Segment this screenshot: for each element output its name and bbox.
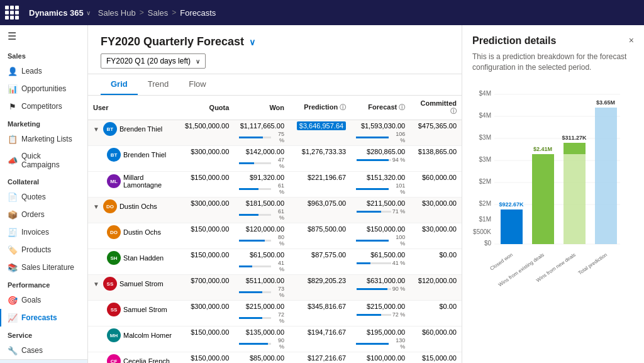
won-cell: $181,500.00 61 % — [234, 198, 289, 223]
avatar: SH — [107, 251, 121, 265]
forecast-cell: $61,500.00 41 % — [351, 249, 410, 275]
committed-cell: $138,865.00 — [410, 146, 462, 172]
sidebar-item-quick-campaigns[interactable]: 📣 Quick Campaigns — [0, 148, 87, 173]
committed-cell: $120,000.00 — [410, 275, 462, 301]
row-expander[interactable]: ▼ — [93, 281, 99, 288]
table-row[interactable]: ML Millard Lamontagne $150,000.00 $91,32… — [88, 172, 462, 198]
tab-flow[interactable]: Flow — [179, 74, 216, 95]
forecast-cell: $215,000.00 72 % — [351, 301, 410, 327]
sidebar-item-leads[interactable]: 👤 Leads — [0, 62, 87, 80]
svg-text:$2M: $2M — [479, 178, 491, 185]
sidebar-bottom: S Sales ⬆ — [0, 359, 87, 363]
prediction-cell: $345,816.67 — [289, 301, 351, 327]
svg-rect-23 — [595, 108, 617, 244]
table-row[interactable]: ▼ DO Dustin Ochs $300,000.00 $181,500.00… — [88, 198, 462, 223]
panel-close-button[interactable]: × — [629, 35, 634, 45]
user-cell: ▼ DO Dustin Ochs — [88, 198, 177, 223]
col-header-user: User — [88, 96, 177, 120]
forecast-cell: $1,593,030.00 106 % — [351, 120, 410, 146]
table-row[interactable]: BT Brenden Thiel $300,000.00 $142,000.00… — [88, 146, 462, 172]
prediction-cell: $829,205.23 — [289, 275, 351, 301]
sidebar-item-invoices[interactable]: 🧾 Invoices — [0, 223, 87, 241]
svg-rect-16 — [501, 209, 523, 244]
prediction-details-panel: Prediction details × This is a predictio… — [462, 25, 644, 363]
sidebar-item-competitors[interactable]: ⚑ Competitors — [0, 98, 87, 115]
forecast-cell: $280,865.00 94 % — [351, 146, 410, 172]
avatar: BT — [107, 148, 121, 162]
sidebar-item-products[interactable]: 🏷️ Products — [0, 241, 87, 259]
forecast-cell: $211,500.00 71 % — [351, 198, 410, 223]
forecast-table: User Quota Won Prediction ⓘ Forecast ⓘ C… — [88, 96, 462, 363]
sidebar-item-forecasts[interactable]: 📈 Forecasts — [0, 309, 87, 327]
quota-cell: $300,000.00 — [177, 198, 234, 223]
user-cell: CF Cecelia French — [88, 352, 177, 364]
prediction-cell: $1,276,733.33 — [289, 146, 351, 172]
won-cell: $511,000.00 73 % — [234, 275, 289, 301]
period-dropdown[interactable]: FY2020 Q1 (20 days left) ∨ — [101, 53, 206, 69]
forecast-title-chevron[interactable]: ∨ — [249, 37, 255, 47]
sidebar-item-orders[interactable]: 📦 Orders — [0, 206, 87, 223]
sidebar-item-goals[interactable]: 🎯 Goals — [0, 291, 87, 309]
panel-subtitle: This is a prediction breakdown for the f… — [472, 52, 634, 73]
sidebar-item-opportunities[interactable]: 📊 Opportunities — [0, 80, 87, 98]
table-row[interactable]: MH Malcolm Homer $150,000.00 $135,000.00… — [88, 327, 462, 352]
committed-cell: $0.00 — [410, 249, 462, 275]
user-name: Millard Lamontagne — [123, 174, 172, 189]
dropdown-chevron-icon: ∨ — [196, 58, 200, 65]
table-row[interactable]: ▼ BT Brenden Thiel $1,500,000.00 $1,117,… — [88, 120, 462, 146]
prediction-cell: $875,500.00 — [289, 223, 351, 249]
prediction-highlighted: $3,646,957.64 — [297, 121, 346, 130]
table-row[interactable]: SH Stan Hadden $150,000.00 $61,500.00 41… — [88, 249, 462, 275]
top-nav: Dynamics 365 ∨ Sales Hub > Sales > Forec… — [0, 0, 644, 25]
marketing-lists-icon: 📋 — [8, 134, 18, 144]
won-cell: $215,000.00 72 % — [234, 301, 289, 327]
forecast-cell: $631,000.00 90 % — [351, 275, 410, 301]
avatar: CF — [107, 354, 121, 363]
table-row[interactable]: CF Cecelia French $150,000.00 $85,000.00… — [88, 352, 462, 364]
sidebar-item-marketing-lists[interactable]: 📋 Marketing Lists — [0, 130, 87, 148]
committed-cell: $60,000.00 — [410, 172, 462, 198]
quota-cell: $1,500,000.00 — [177, 120, 234, 146]
avatar: SS — [103, 277, 117, 291]
row-expander[interactable]: ▼ — [93, 126, 99, 133]
breadcrumb-forecasts[interactable]: Forecasts — [180, 8, 216, 18]
app-chevron-icon[interactable]: ∨ — [86, 9, 91, 16]
table-row[interactable]: DO Dustin Ochs $150,000.00 $120,000.00 8… — [88, 223, 462, 249]
sidebar-item-quotes[interactable]: 📄 Quotes — [0, 188, 87, 206]
col-header-committed: Committed ⓘ — [410, 96, 462, 120]
tab-grid[interactable]: Grid — [101, 74, 138, 95]
user-name: Brenden Thiel — [123, 151, 166, 159]
committed-cell: $0.00 — [410, 301, 462, 327]
app-name[interactable]: Dynamics 365 — [29, 8, 84, 18]
hamburger-button[interactable]: ☰ — [0, 25, 87, 47]
tab-trend[interactable]: Trend — [138, 74, 179, 95]
won-cell: $1,117,665.00 75 % — [234, 120, 289, 146]
apps-grid-button[interactable] — [5, 3, 24, 22]
sidebar-bottom-sales[interactable]: S Sales ⬆ — [0, 360, 87, 363]
panel-title: Prediction details — [472, 35, 556, 47]
prediction-info-icon: ⓘ — [340, 104, 346, 111]
tab-bar: Grid Trend Flow — [88, 74, 462, 96]
col-header-prediction: Prediction ⓘ — [289, 96, 351, 120]
hub-name[interactable]: Sales Hub — [98, 8, 136, 18]
quota-cell: $300,000.00 — [177, 146, 234, 172]
panel-header: Prediction details × — [472, 35, 634, 47]
sidebar-item-sales-literature[interactable]: 📚 Sales Literature — [0, 259, 87, 276]
svg-text:$2M: $2M — [479, 200, 491, 207]
breadcrumb-sales[interactable]: Sales — [148, 8, 169, 18]
svg-rect-21 — [564, 143, 586, 154]
opportunities-icon: 📊 — [8, 84, 18, 94]
prediction-cell: $3,646,957.64 — [289, 120, 351, 146]
svg-rect-18 — [532, 154, 554, 244]
prediction-cell: $87,575.00 — [289, 249, 351, 275]
committed-info-icon: ⓘ — [450, 108, 457, 114]
user-name: Brenden Thiel — [119, 125, 162, 133]
sidebar-item-cases[interactable]: 🔧 Cases — [0, 342, 87, 359]
row-expander[interactable]: ▼ — [93, 203, 99, 210]
table-row[interactable]: SS Samuel Strom $300,000.00 $215,000.00 … — [88, 301, 462, 327]
avatar: ML — [107, 174, 121, 188]
user-cell: MH Malcolm Homer — [88, 327, 177, 352]
sidebar-section-performance: Performance — [0, 276, 87, 291]
table-row[interactable]: ▼ SS Samuel Strom $700,000.00 $511,000.0… — [88, 275, 462, 301]
avatar: DO — [103, 199, 117, 213]
